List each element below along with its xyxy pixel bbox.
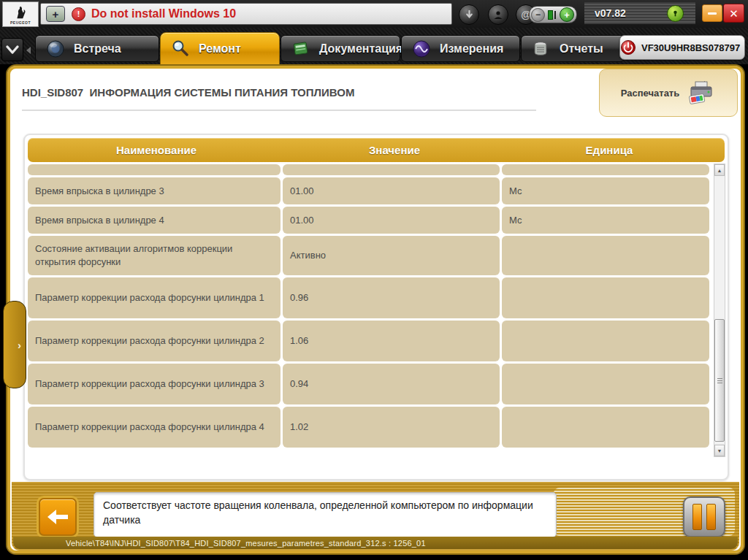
page-title: HDI_SID807 ИНФОРМАЦИЯ СИСТЕМЫ ПИТАНИЯ ТО… (22, 86, 354, 99)
tab-meeting[interactable]: Встреча (35, 35, 159, 62)
table-header-row: Наименование Значение Единица (28, 138, 725, 162)
table-row[interactable]: Параметр коррекции расхода форсунки цили… (28, 321, 711, 361)
print-button[interactable]: Распечатать (599, 69, 738, 117)
cell-value: Активно (283, 236, 500, 275)
print-label: Распечатать (621, 88, 679, 99)
column-header-value: Значение (285, 144, 504, 156)
table-row[interactable]: Время впрыска в цилиндре 3 01.00 Мс (28, 177, 711, 204)
cell-name: Параметр коррекции расхода форсунки цили… (28, 321, 280, 361)
tab-documentation[interactable]: Документация (280, 35, 400, 62)
power-icon (620, 39, 636, 55)
cell-name: Параметр коррекции расхода форсунки цили… (28, 277, 280, 318)
cell-unit (502, 277, 709, 318)
meeting-globe-icon (46, 39, 65, 58)
scrollbar-down-icon[interactable]: ▼ (714, 445, 725, 456)
tab-bar: Встреча Ремонт Документация Измерения (0, 28, 748, 64)
cell-unit (502, 407, 709, 448)
download-button[interactable] (459, 4, 479, 25)
title-separator (22, 110, 536, 112)
table-row[interactable] (28, 164, 711, 175)
column-header-unit: Единица (504, 144, 714, 156)
reports-icon (532, 39, 551, 58)
tab-measurements[interactable]: Измерения (401, 35, 520, 62)
status-path: Vehicle\T84\INJ\HDI_SID807\T84_HDI_SID80… (66, 539, 426, 548)
minimize-icon (708, 12, 717, 15)
back-button[interactable] (39, 498, 77, 536)
table-row[interactable]: Состояние активации алгоритмов коррекции… (28, 236, 711, 275)
expand-plus-button[interactable]: + (46, 6, 65, 22)
message-strip: + ! Do not install Windows 10 (40, 3, 452, 25)
volume-level-indicator (548, 10, 556, 20)
cell-name (28, 164, 280, 175)
pause-button[interactable] (683, 496, 725, 537)
cell-name: Время впрыска в цилиндре 3 (28, 177, 280, 204)
documentation-book-icon (291, 39, 310, 58)
cell-unit (502, 236, 709, 275)
tab-label: Документация (319, 42, 402, 55)
cell-unit: Мс (502, 177, 709, 204)
repair-magnifier-icon (171, 39, 190, 58)
volume-minus-icon[interactable]: − (531, 8, 545, 22)
version-text: v07.82 (595, 7, 626, 19)
cell-value (283, 164, 500, 175)
download-icon (465, 10, 474, 20)
user-icon (493, 9, 503, 20)
minimize-button[interactable] (702, 4, 722, 22)
cell-name: Параметр коррекции расхода форсунки цили… (28, 364, 280, 404)
footer-bar: Соответствует частоте вращения коленвала… (12, 482, 739, 551)
printer-icon (687, 81, 716, 104)
cell-value: 0.96 (283, 277, 500, 318)
side-panel-handle[interactable]: › (3, 301, 26, 388)
table-row[interactable]: Параметр коррекции расхода форсунки цили… (28, 407, 711, 448)
cell-unit: Мс (502, 207, 709, 234)
title-bar: PEUGEOT + ! Do not install Windows 10 @ … (0, 0, 748, 28)
cell-name: Время впрыска в цилиндре 4 (28, 207, 280, 234)
chevron-right-icon: › (18, 339, 21, 351)
measurements-wave-icon (412, 39, 431, 58)
logo-text: PEUGEOT (10, 20, 31, 25)
scrollbar-up-icon[interactable]: ▲ (714, 164, 725, 176)
cell-name: Параметр коррекции расхода форсунки цили… (28, 407, 280, 448)
tab-label: Встреча (74, 42, 121, 55)
peugeot-logo: PEUGEOT (2, 1, 39, 27)
cell-unit (502, 164, 709, 175)
version-panel: v07.82 (584, 2, 695, 24)
table-row[interactable]: Параметр коррекции расхода форсунки цили… (28, 277, 711, 318)
volume-control[interactable]: − + (529, 6, 577, 23)
tab-label: Отчеты (560, 42, 603, 55)
close-button[interactable]: ✕ (723, 4, 744, 23)
table-row[interactable]: Время впрыска в цилиндре 4 01.00 Мс (28, 207, 711, 234)
warning-text: Do not install Windows 10 (91, 7, 236, 20)
back-arrow-icon (46, 508, 69, 526)
scrollbar-thumb[interactable] (714, 319, 725, 442)
hint-message: Соответствует частоте вращения коленвала… (94, 492, 557, 537)
cell-value: 1.02 (283, 407, 500, 448)
scroll-tabs-left-icon[interactable] (26, 47, 31, 54)
column-header-name: Наименование (28, 144, 285, 156)
user-button[interactable] (488, 4, 508, 25)
peugeot-lion-icon (12, 4, 28, 20)
pause-icon (692, 504, 702, 530)
status-bar: Vehicle\T84\INJ\HDI_SID807\T84_HDI_SID80… (13, 537, 738, 549)
cell-unit (502, 321, 709, 361)
warning-icon: ! (72, 7, 85, 21)
parameters-table: Наименование Значение Единица Время впры… (23, 134, 729, 480)
cell-name: Состояние активации алгоритмов коррекции… (28, 236, 280, 275)
cell-value: 1.06 (283, 321, 500, 361)
cell-value: 0.94 (283, 364, 500, 404)
table-row[interactable]: Параметр коррекции расхода форсунки цили… (28, 364, 711, 404)
table-scrollbar[interactable]: ▲ ▼ (714, 164, 725, 457)
tab-label: Ремонт (199, 42, 241, 55)
cell-value: 01.00 (283, 177, 500, 204)
chevron-down-icon (5, 45, 20, 55)
volume-plus-icon[interactable]: + (560, 7, 574, 22)
vin-label: VF30U9HR8BS078797 (641, 42, 740, 53)
lock-icon (667, 5, 684, 22)
table-body: Время впрыска в цилиндре 3 01.00 Мс Врем… (28, 164, 711, 450)
main-panel: Распечатать HDI_SID807 ИНФОРМАЦИЯ СИСТЕМ… (6, 64, 745, 555)
tab-repair[interactable]: Ремонт (160, 32, 280, 66)
tab-reports[interactable]: Отчеты (521, 35, 625, 62)
vin-session-button[interactable]: VF30U9HR8BS078797 (619, 35, 745, 60)
cell-value: 01.00 (283, 207, 500, 234)
collapse-tabs-button[interactable] (1, 38, 23, 61)
